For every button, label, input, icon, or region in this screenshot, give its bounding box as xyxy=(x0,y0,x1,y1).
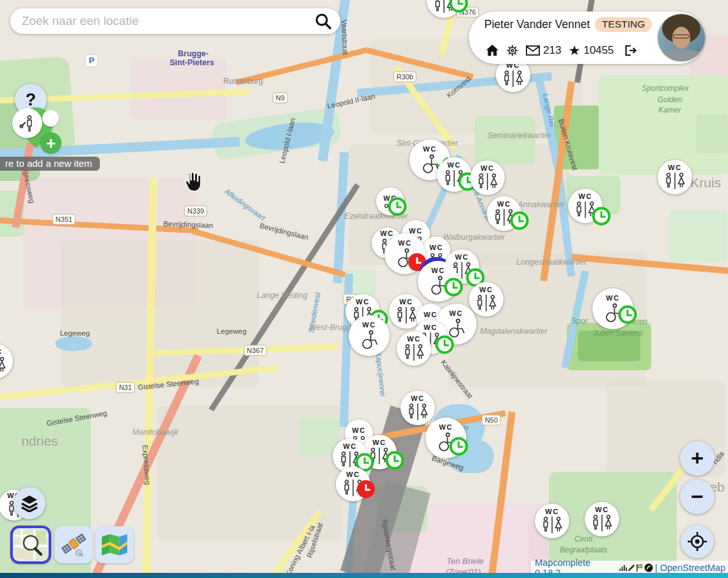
home-icon[interactable] xyxy=(486,44,499,56)
toilet-icon-wheelchair xyxy=(445,318,467,339)
add-plus-button[interactable]: + xyxy=(40,132,61,153)
mapcomplete-app: Brugge-Sint-PietersRustenburgVaartstraat… xyxy=(0,0,728,578)
toilet-pin-mw[interactable]: WC xyxy=(400,391,435,425)
toilet-icon-wheelchair xyxy=(602,303,624,324)
wc-label: WC xyxy=(439,424,452,431)
zoom-in-button[interactable]: + xyxy=(680,441,715,476)
attribution-separator: | xyxy=(655,563,658,573)
toilet-pin-mw[interactable]: WC xyxy=(535,504,569,538)
wc-label: WC xyxy=(409,228,422,235)
toilet-icon-mw xyxy=(475,295,498,312)
toilet-icon-mw xyxy=(395,307,418,324)
hand-cursor-icon xyxy=(182,171,201,195)
toilet-icon-mw xyxy=(541,517,564,534)
zoom-out-button[interactable]: − xyxy=(680,480,715,514)
gear-icon[interactable] xyxy=(506,44,519,57)
toilet-icon-mw xyxy=(342,480,365,497)
basemap-satellite-button[interactable] xyxy=(54,526,93,563)
testing-badge: TESTING xyxy=(595,17,652,32)
wc-label: WC xyxy=(352,427,365,434)
pencil-icon xyxy=(628,564,635,572)
toilet-pin-mw[interactable]: WC xyxy=(658,160,692,194)
toilet-icon-mw xyxy=(402,344,425,361)
avatar[interactable] xyxy=(658,14,705,61)
geolocate-button[interactable] xyxy=(681,525,714,558)
toilet-pin-wheelchair[interactable]: WC xyxy=(418,261,459,302)
search-bar xyxy=(10,8,340,34)
star-icon[interactable]: ★ xyxy=(568,43,580,57)
search-icon[interactable] xyxy=(313,12,333,31)
wc-label: WC xyxy=(479,286,493,293)
wc-label: WC xyxy=(595,506,608,513)
toilet-icon-mw xyxy=(443,170,466,187)
wc-label: WC xyxy=(497,201,510,208)
toilet-icon-mw xyxy=(432,0,455,13)
toilet-pin-mw[interactable]: WC xyxy=(437,157,471,192)
toilet-icon-mw xyxy=(502,70,525,88)
toilet-icon-wheelchair xyxy=(358,330,380,350)
wc-label: WC xyxy=(429,244,443,251)
wc-label: WC xyxy=(447,162,461,169)
wc-label: WC xyxy=(362,322,376,329)
wc-label: WC xyxy=(346,471,360,478)
star-count: 10455 xyxy=(583,44,613,57)
theme-bottom-bar xyxy=(0,573,728,578)
basemap-map-button[interactable] xyxy=(95,526,134,563)
toilet-pin-plain[interactable]: WC xyxy=(376,187,404,215)
message-count: 213 xyxy=(543,44,561,57)
toilet-icon-mw xyxy=(0,357,7,374)
add-pin-secondary-circle xyxy=(42,110,59,127)
basemap-osm-button[interactable] xyxy=(10,526,51,564)
user-panel[interactable]: Pieter Vander Vennet TESTING 213 ★ 10455 xyxy=(469,12,705,64)
user-name: Pieter Vander Vennet xyxy=(484,18,590,31)
toilet-pin-mw[interactable]: WC xyxy=(0,344,13,379)
plus-icon: + xyxy=(691,447,704,469)
search-input[interactable] xyxy=(20,13,313,29)
crosshair-icon xyxy=(686,531,708,552)
wc-label: WC xyxy=(423,324,437,331)
toilet-pin-mw[interactable]: WC xyxy=(470,160,505,195)
satellite-icon xyxy=(59,531,88,558)
toilet-pin-mw[interactable]: WC xyxy=(336,467,370,501)
layers-icon xyxy=(20,494,39,512)
openstreetmap-link[interactable]: OpenStreetMap xyxy=(660,563,725,573)
attribution-bar: Mapcomplete 0.18.2 | OpenStreetMap xyxy=(531,561,728,574)
toilet-icon-mw xyxy=(663,173,686,190)
wc-label: WC xyxy=(431,267,445,274)
layers-button[interactable] xyxy=(13,487,45,519)
logout-icon[interactable] xyxy=(623,44,637,57)
toilet-pin-mw[interactable]: WC xyxy=(397,331,431,366)
toilet-pin-mw[interactable]: WC xyxy=(487,196,521,231)
wc-label: WC xyxy=(423,311,437,318)
wc-label: WC xyxy=(668,164,681,171)
wc-label: WC xyxy=(411,395,424,402)
wc-label: WC xyxy=(399,299,413,306)
person-wrench-icon xyxy=(18,114,37,133)
add-item-tooltip: re to add a new item xyxy=(0,157,100,171)
toilet-icon-wheelchair xyxy=(427,276,449,296)
toilet-icon-mw xyxy=(574,201,597,219)
stats-icon xyxy=(619,564,627,572)
toilet-pin-wheelchair[interactable]: WC xyxy=(592,288,633,329)
wc-label: WC xyxy=(423,146,436,153)
wc-label: WC xyxy=(356,299,369,306)
messages-icon[interactable] xyxy=(526,45,540,56)
add-new-item-pin[interactable] xyxy=(12,108,42,138)
wc-label: WC xyxy=(449,310,463,317)
toilet-pin-wheelchair[interactable]: WC xyxy=(425,418,466,458)
wc-label: WC xyxy=(383,195,397,202)
world-map-icon xyxy=(100,533,129,557)
toilet-pin-wheelchair[interactable]: WC xyxy=(349,315,390,356)
toilet-pin-mw[interactable]: WC xyxy=(469,282,503,316)
wc-label: WC xyxy=(480,165,494,172)
toilet-pin-mw[interactable]: WC xyxy=(427,0,461,18)
toilet-icon-wheelchair xyxy=(435,432,457,453)
toilet-icon-plain xyxy=(383,203,397,208)
toilet-pin-mw[interactable]: WC xyxy=(362,435,397,469)
toilet-icon-mw xyxy=(590,515,613,532)
toilet-pin-mw[interactable]: WC xyxy=(585,502,619,536)
minus-icon: − xyxy=(691,485,704,507)
wc-label: WC xyxy=(0,348,3,355)
toilet-pin-mw[interactable]: WC xyxy=(568,189,603,223)
wc-label: WC xyxy=(372,439,386,446)
